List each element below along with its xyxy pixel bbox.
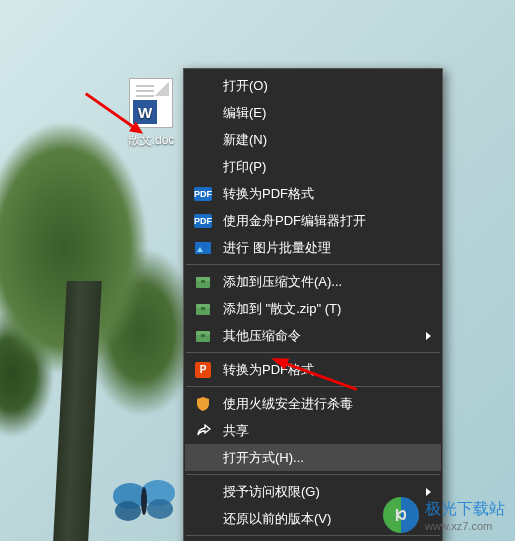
submenu-arrow-icon (426, 332, 431, 340)
context-menu: 打开(O) 编辑(E) 新建(N) 打印(P) PDF 转换为PDF格式 PDF… (183, 68, 443, 541)
menu-convert-pdf[interactable]: PDF 转换为PDF格式 (185, 180, 441, 207)
menu-open-with[interactable]: 打开方式(H)... (185, 444, 441, 471)
menu-open[interactable]: 打开(O) (185, 72, 441, 99)
menu-other-compress[interactable]: 其他压缩命令 (185, 322, 441, 349)
menu-convert-pdf-wps[interactable]: P 转换为PDF格式 (185, 356, 441, 383)
svg-rect-15 (201, 334, 205, 337)
word-document-icon: W (129, 78, 173, 128)
menu-add-zip[interactable]: 添加到 "散文.zip" (T) (185, 295, 441, 322)
menu-separator (186, 264, 440, 265)
menu-new[interactable]: 新建(N) (185, 126, 441, 153)
watermark-url: www.xz7.com (425, 520, 505, 532)
svg-rect-12 (201, 307, 205, 310)
wps-icon: P (193, 360, 213, 380)
watermark: 极光下载站 www.xz7.com (383, 497, 505, 533)
watermark-title: 极光下载站 (425, 499, 505, 520)
menu-separator (186, 386, 440, 387)
menu-add-archive[interactable]: 添加到压缩文件(A)... (185, 268, 441, 295)
butterfly-decoration (110, 471, 180, 526)
menu-print[interactable]: 打印(P) (185, 153, 441, 180)
desktop-file-icon[interactable]: W 散文.doc (122, 78, 180, 149)
watermark-logo-icon (383, 497, 419, 533)
menu-huorong-scan[interactable]: 使用火绒安全进行杀毒 (185, 390, 441, 417)
svg-point-1 (115, 501, 141, 521)
svg-point-4 (141, 487, 147, 515)
image-icon (193, 238, 213, 258)
file-label: 散文.doc (122, 132, 180, 149)
menu-jinzhou-pdf[interactable]: PDF 使用金舟PDF编辑器打开 (185, 207, 441, 234)
shield-icon (193, 394, 213, 414)
archive-icon (193, 326, 213, 346)
archive-icon (193, 299, 213, 319)
menu-share[interactable]: 共享 (185, 417, 441, 444)
archive-icon (193, 272, 213, 292)
submenu-arrow-icon (426, 488, 431, 496)
pdf-icon: PDF (193, 184, 213, 204)
pdf-editor-icon: PDF (193, 211, 213, 231)
svg-rect-9 (201, 280, 205, 283)
svg-point-3 (147, 499, 173, 519)
menu-separator (186, 352, 440, 353)
share-icon (193, 421, 213, 441)
menu-separator (186, 535, 440, 536)
menu-separator (186, 474, 440, 475)
menu-batch-image[interactable]: 进行 图片批量处理 (185, 234, 441, 261)
menu-edit[interactable]: 编辑(E) (185, 99, 441, 126)
